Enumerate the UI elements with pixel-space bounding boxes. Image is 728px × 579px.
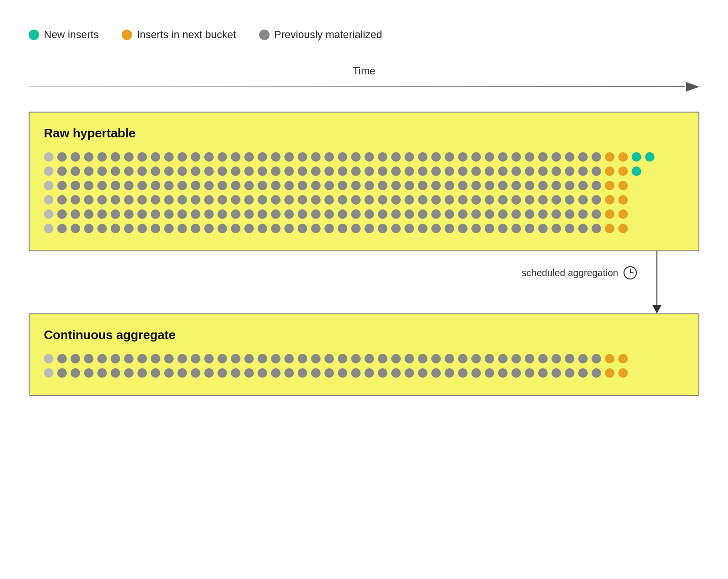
dot	[431, 224, 441, 233]
dot	[164, 166, 174, 176]
dot	[231, 354, 240, 363]
dot	[191, 368, 200, 378]
dot	[338, 195, 347, 205]
dot	[324, 152, 334, 162]
dot	[338, 181, 347, 190]
time-arrow	[29, 81, 699, 93]
dot	[84, 181, 94, 190]
dot	[511, 152, 521, 162]
dot	[445, 354, 454, 363]
dot	[618, 195, 628, 205]
dot	[298, 181, 307, 190]
dot	[284, 354, 294, 363]
dot	[97, 152, 107, 162]
dot	[231, 166, 240, 176]
dot	[605, 181, 614, 190]
table-row	[44, 181, 684, 190]
dot	[618, 224, 628, 233]
table-row	[44, 152, 684, 162]
dot	[605, 354, 614, 363]
dot	[498, 224, 508, 233]
dot	[151, 181, 160, 190]
dot	[284, 181, 294, 190]
dot	[244, 224, 254, 233]
dot	[565, 368, 574, 378]
dot	[44, 224, 53, 233]
dot	[111, 181, 120, 190]
dot	[84, 354, 94, 363]
dot	[525, 224, 534, 233]
dot	[592, 166, 601, 176]
dot	[84, 166, 94, 176]
dot	[471, 224, 481, 233]
dot	[338, 152, 347, 162]
dot	[431, 152, 441, 162]
dot	[97, 209, 107, 219]
dot	[445, 152, 454, 162]
dot	[431, 195, 441, 205]
aggregation-label-area: scheduled aggregation	[522, 266, 637, 280]
dot	[458, 224, 468, 233]
dot	[164, 152, 174, 162]
dot	[111, 368, 120, 378]
dot	[471, 152, 481, 162]
dot	[177, 152, 187, 162]
dot	[458, 209, 468, 219]
dot	[111, 152, 120, 162]
dot	[57, 166, 67, 176]
dot	[364, 166, 374, 176]
dot	[538, 368, 548, 378]
dot	[351, 368, 361, 378]
dot	[632, 152, 641, 162]
dot	[111, 195, 120, 205]
dot	[405, 181, 414, 190]
dot	[418, 152, 427, 162]
aggregate-dots-grid	[44, 354, 684, 378]
dot	[485, 368, 494, 378]
dot	[311, 209, 321, 219]
dot	[204, 181, 214, 190]
dot	[298, 224, 307, 233]
dot	[151, 368, 160, 378]
dot	[592, 195, 601, 205]
legend-item-inserts-next-bucket: Inserts in next bucket	[122, 29, 236, 41]
dot	[364, 368, 374, 378]
hypertable-dots-grid	[44, 152, 684, 233]
dot	[258, 181, 267, 190]
dot	[298, 166, 307, 176]
dot	[458, 166, 468, 176]
dot	[324, 368, 334, 378]
dot	[71, 181, 80, 190]
dot	[218, 368, 227, 378]
dot	[57, 209, 67, 219]
dot	[177, 181, 187, 190]
dot	[191, 166, 200, 176]
dot	[405, 195, 414, 205]
dot	[204, 354, 214, 363]
dot	[378, 368, 387, 378]
dot	[405, 354, 414, 363]
dot	[244, 166, 254, 176]
dot	[485, 354, 494, 363]
dot	[551, 195, 561, 205]
dot	[311, 195, 321, 205]
dot	[191, 195, 200, 205]
dot	[71, 195, 80, 205]
dot	[271, 181, 281, 190]
dot	[57, 195, 67, 205]
dot	[124, 209, 134, 219]
dot	[244, 354, 254, 363]
dot	[284, 368, 294, 378]
dot	[605, 224, 614, 233]
dot	[391, 209, 401, 219]
dot	[151, 166, 160, 176]
dot	[271, 224, 281, 233]
table-row	[44, 209, 684, 219]
dot	[71, 209, 80, 219]
dot	[471, 354, 481, 363]
previously-materialized-dot	[259, 30, 270, 40]
dot	[565, 354, 574, 363]
dot	[538, 195, 548, 205]
dot	[351, 166, 361, 176]
dot	[218, 224, 227, 233]
